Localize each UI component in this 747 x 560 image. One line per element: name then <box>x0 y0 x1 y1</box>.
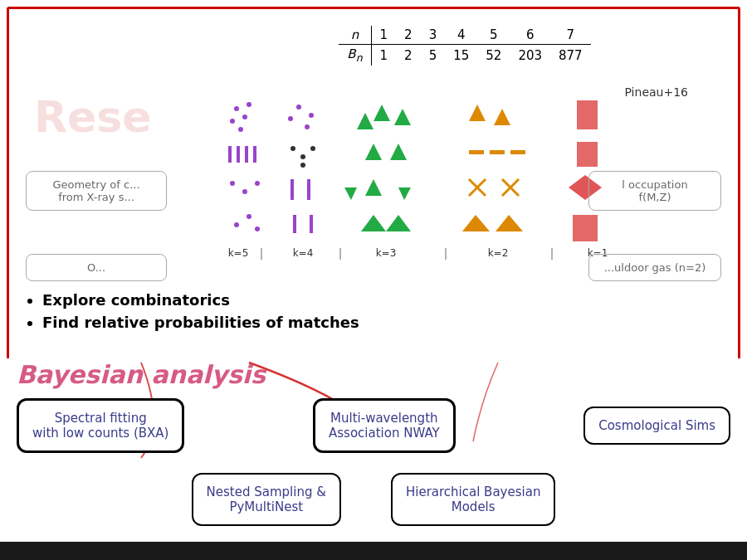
box-multiwavelength: Multi-wavelength Association NWAY <box>313 398 456 453</box>
box-nested-sampling: Nested Sampling & PyMultiNest <box>192 473 341 526</box>
table-n-label: n <box>339 26 371 45</box>
svg-point-43 <box>247 214 251 219</box>
table-container: n 1 2 3 4 5 6 7 Bn 1 2 5 15 52 203 <box>208 26 721 66</box>
right-box-occupation: l occupationf(M,Z) <box>588 171 721 211</box>
box-hierarchical-bayesian: Hierarchical Bayesian Models <box>391 473 555 526</box>
svg-rect-25 <box>469 150 484 154</box>
grid-svg: k=5 k=4 k=3 k=2 k=1 <box>220 92 652 266</box>
svg-marker-9 <box>374 105 390 121</box>
svg-point-30 <box>242 189 247 194</box>
svg-rect-15 <box>228 146 232 163</box>
table-bn-6: 203 <box>510 45 550 66</box>
svg-point-42 <box>234 222 239 227</box>
dark-bar <box>0 542 747 560</box>
box-cosmological: Cosmological Sims <box>583 407 730 445</box>
table-n-7: 7 <box>550 26 591 45</box>
svg-point-3 <box>247 102 251 107</box>
bottom-section: Bayesian analysis Spectral fitting with … <box>0 358 747 560</box>
table-n-5: 5 <box>477 26 510 45</box>
svg-marker-14 <box>577 100 598 129</box>
svg-point-7 <box>288 116 293 121</box>
table-bn-label: Bn <box>339 45 371 66</box>
main-slide: Rese n 1 2 3 4 5 6 7 Bn 1 2 5 <box>0 0 747 560</box>
svg-marker-12 <box>469 105 486 121</box>
table-n-3: 3 <box>421 26 446 45</box>
svg-text:k=2: k=2 <box>488 247 509 259</box>
svg-rect-32 <box>290 179 294 200</box>
bottom-boxes-row2: Nested Sampling & PyMultiNest Hierarchic… <box>17 473 730 526</box>
svg-point-2 <box>230 119 235 124</box>
left-box-2-text: O... <box>87 261 105 274</box>
svg-point-5 <box>296 105 301 110</box>
table-bn-1: 1 <box>371 45 396 66</box>
table-n-4: 4 <box>445 26 477 45</box>
bullets-list: Explore combinatorics Find relative prob… <box>42 291 359 336</box>
table-bn-5: 52 <box>477 45 510 66</box>
svg-text:k=3: k=3 <box>376 247 397 259</box>
svg-marker-28 <box>577 142 598 167</box>
svg-rect-33 <box>307 179 310 200</box>
svg-marker-23 <box>365 144 382 160</box>
svg-marker-35 <box>398 187 411 200</box>
table-n-6: 6 <box>510 26 550 45</box>
svg-marker-49 <box>462 215 490 231</box>
bullet-2: Find relative probabilities of matches <box>42 314 359 331</box>
left-box-1-text: Geometry of c...from X-ray s... <box>52 178 139 203</box>
table-bn-3: 5 <box>421 45 446 66</box>
table-n-1: 1 <box>371 26 396 45</box>
svg-marker-50 <box>496 215 523 231</box>
svg-point-4 <box>238 127 243 132</box>
svg-marker-24 <box>390 144 407 160</box>
svg-point-19 <box>290 146 295 151</box>
svg-point-1 <box>242 114 247 119</box>
right-box-gas: ...uldoor gas (n=2) <box>588 254 721 281</box>
bayesian-title-text: Bayesian analysis <box>17 360 266 389</box>
svg-rect-16 <box>237 146 240 163</box>
left-box-geometry: Geometry of c...from X-ray s... <box>26 171 167 211</box>
svg-marker-10 <box>394 109 411 125</box>
svg-marker-11 <box>357 113 374 129</box>
svg-marker-48 <box>386 215 411 231</box>
svg-marker-34 <box>365 179 382 196</box>
research-title: Rese <box>34 92 152 142</box>
svg-text:k=4: k=4 <box>293 247 314 259</box>
svg-point-21 <box>310 146 315 151</box>
svg-rect-17 <box>245 146 248 163</box>
slide-top: Rese n 1 2 3 4 5 6 7 Bn 1 2 5 <box>7 7 740 363</box>
bottom-boxes-row1: Spectral fitting with low counts (BXA) M… <box>17 398 730 453</box>
svg-marker-47 <box>361 215 386 231</box>
svg-rect-27 <box>510 150 525 154</box>
svg-rect-45 <box>293 215 296 233</box>
box-nested-text: Nested Sampling & PyMultiNest <box>207 485 326 514</box>
right-box-1-text: l occupationf(M,Z) <box>622 178 687 203</box>
svg-point-22 <box>300 163 305 168</box>
bullet-1: Explore combinatorics <box>42 291 359 309</box>
svg-rect-46 <box>310 215 313 233</box>
box-spectral-text: Spectral fitting with low counts (BXA) <box>32 411 168 441</box>
svg-rect-18 <box>253 146 256 163</box>
box-cosmological-text: Cosmological Sims <box>598 418 715 433</box>
svg-text:k=5: k=5 <box>228 247 249 259</box>
svg-point-20 <box>300 154 305 159</box>
svg-marker-51 <box>573 215 598 241</box>
svg-rect-26 <box>490 150 505 154</box>
table-n-2: 2 <box>396 26 421 45</box>
bayesian-title: Bayesian analysis <box>17 360 266 389</box>
svg-point-44 <box>255 226 260 231</box>
data-table: n 1 2 3 4 5 6 7 Bn 1 2 5 15 52 203 <box>339 26 590 66</box>
table-bn-7: 877 <box>550 45 591 66</box>
svg-marker-13 <box>494 109 510 125</box>
table-bn-2: 2 <box>396 45 421 66</box>
table-bn-4: 15 <box>445 45 477 66</box>
svg-marker-36 <box>344 187 357 200</box>
svg-point-31 <box>255 181 260 186</box>
box-spectral-fitting: Spectral fitting with low counts (BXA) <box>17 398 184 453</box>
left-box-other: O... <box>26 254 167 281</box>
svg-point-0 <box>234 106 239 111</box>
svg-point-8 <box>305 124 310 129</box>
svg-point-29 <box>230 181 235 186</box>
box-hierarchical-text: Hierarchical Bayesian Models <box>406 485 540 514</box>
svg-point-6 <box>309 113 314 118</box>
box-multiwavelength-text: Multi-wavelength Association NWAY <box>329 411 440 441</box>
right-box-2-text: ...uldoor gas (n=2) <box>604 261 706 274</box>
